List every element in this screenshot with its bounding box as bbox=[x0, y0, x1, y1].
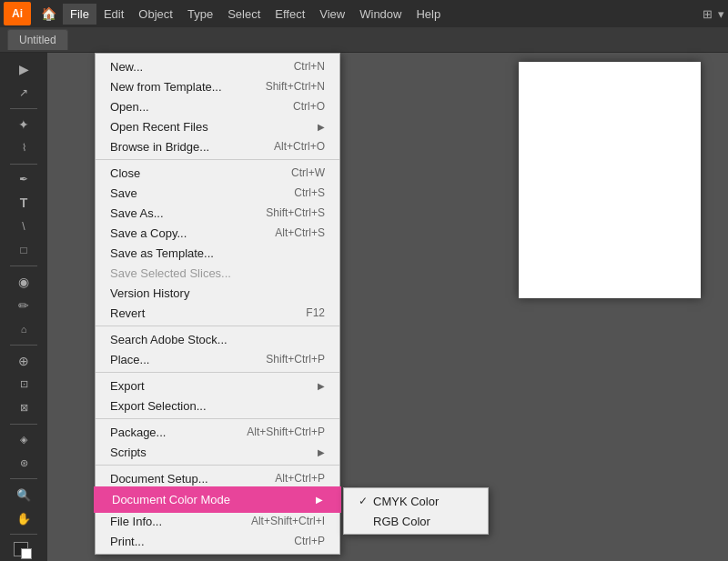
menu-item-browse-bridge[interactable]: Browse in Bridge... Alt+Ctrl+O bbox=[96, 136, 339, 156]
menu-item-document-color-mode[interactable]: Document Color Mode ▶ ✓ CMYK Color ✓ RGB… bbox=[96, 488, 339, 511]
menu-item-object[interactable]: Object bbox=[131, 4, 180, 25]
menu-section-3: Search Adobe Stock... Place... Shift+Ctr… bbox=[96, 326, 339, 373]
tool-separator-4 bbox=[10, 345, 37, 346]
free-transform[interactable]: ⊠ bbox=[10, 397, 37, 419]
pencil-tool[interactable]: ✏ bbox=[10, 295, 37, 316]
menu-item-select[interactable]: Select bbox=[220, 4, 268, 25]
hand-tool[interactable]: ✋ bbox=[10, 507, 37, 529]
menu-bar: Ai 🏠 File Edit Object Type Select Effect… bbox=[0, 0, 728, 27]
cmyk-label: CMYK Color bbox=[373, 495, 439, 508]
menu-item-new[interactable]: New... Ctrl+N bbox=[96, 56, 339, 76]
color-mode-submenu: ✓ CMYK Color ✓ RGB Color bbox=[343, 487, 489, 535]
shape-builder[interactable]: ◈ bbox=[10, 429, 37, 451]
menu-item-help[interactable]: Help bbox=[409, 4, 448, 25]
menu-item-package[interactable]: Package... Alt+Shift+Ctrl+P bbox=[96, 422, 339, 442]
magic-wand-tool[interactable]: ✦ bbox=[10, 114, 37, 135]
menu-item-save-template[interactable]: Save as Template... bbox=[96, 243, 339, 263]
left-toolbar: ▶ ↗ ✦ ⌇ ✒ T \ □ ◉ ✏ ⌂ ⊕ ⊡ ⊠ ◈ ⊛ 🔍 ✋ bbox=[0, 53, 47, 561]
menu-section-2: Close Ctrl+W Save Ctrl+S Save As... Shif… bbox=[96, 160, 339, 326]
menu-item-open-recent[interactable]: Open Recent Files ▶ bbox=[96, 116, 339, 136]
lasso-tool[interactable]: ⌇ bbox=[10, 137, 37, 159]
cmyk-checkmark: ✓ bbox=[359, 495, 368, 507]
type-tool[interactable]: T bbox=[10, 192, 37, 214]
scale-tool[interactable]: ⊡ bbox=[10, 374, 37, 396]
menu-item-window[interactable]: Window bbox=[352, 4, 409, 25]
tool-separator-5 bbox=[10, 424, 37, 425]
rgb-check-placeholder: ✓ bbox=[359, 515, 368, 527]
menu-item-view[interactable]: View bbox=[312, 4, 352, 25]
menu-item-save-copy[interactable]: Save a Copy... Alt+Ctrl+S bbox=[96, 223, 339, 243]
tool-separator-7 bbox=[10, 534, 37, 535]
search-icon[interactable]: ▾ bbox=[718, 7, 724, 21]
menu-item-save-selected-slices[interactable]: Save Selected Slices... bbox=[96, 263, 339, 283]
layout-icon[interactable]: ⊞ bbox=[703, 7, 713, 21]
menu-item-export[interactable]: Export ▶ bbox=[96, 376, 339, 396]
rectangle-tool[interactable]: □ bbox=[10, 239, 37, 261]
menu-item-search-stock[interactable]: Search Adobe Stock... bbox=[96, 329, 339, 349]
direct-selection-tool[interactable]: ↗ bbox=[10, 82, 37, 104]
menu-item-version-history[interactable]: Version History bbox=[96, 283, 339, 303]
menu-item-file-info[interactable]: File Info... Alt+Shift+Ctrl+I bbox=[96, 511, 339, 531]
home-icon[interactable]: 🏠 bbox=[36, 5, 61, 23]
tool-separator-6 bbox=[10, 478, 37, 479]
main-area: New... Ctrl+N New from Template... Shift… bbox=[47, 53, 728, 561]
symbol-tool[interactable]: ⊛ bbox=[10, 452, 37, 474]
menu-item-effect[interactable]: Effect bbox=[268, 4, 312, 25]
selection-tool[interactable]: ▶ bbox=[10, 58, 37, 80]
secondary-toolbar: Untitled bbox=[0, 27, 728, 53]
menu-item-revert[interactable]: Revert F12 bbox=[96, 303, 339, 323]
menu-item-new-from-template[interactable]: New from Template... Shift+Ctrl+N bbox=[96, 76, 339, 96]
menu-item-print[interactable]: Print... Ctrl+P bbox=[96, 531, 339, 551]
menu-item-place[interactable]: Place... Shift+Ctrl+P bbox=[96, 349, 339, 369]
tool-separator-1 bbox=[10, 108, 37, 109]
paintbrush-tool[interactable]: ◉ bbox=[10, 271, 37, 293]
line-tool[interactable]: \ bbox=[10, 215, 37, 237]
document-tab[interactable]: Untitled bbox=[7, 29, 68, 50]
menu-item-file[interactable]: File bbox=[63, 4, 96, 25]
menu-item-document-setup[interactable]: Document Setup... Alt+Ctrl+P bbox=[96, 468, 339, 488]
blob-brush[interactable]: ⌂ bbox=[10, 318, 37, 340]
canvas-document bbox=[519, 62, 701, 298]
menu-item-export-selection[interactable]: Export Selection... bbox=[96, 396, 339, 416]
fill-stroke[interactable] bbox=[10, 539, 37, 561]
submenu-rgb[interactable]: ✓ RGB Color bbox=[344, 511, 488, 531]
ai-logo: Ai bbox=[4, 2, 31, 25]
pen-tool[interactable]: ✒ bbox=[10, 169, 37, 191]
submenu-cmyk[interactable]: ✓ CMYK Color bbox=[344, 491, 488, 511]
menu-item-type[interactable]: Type bbox=[180, 4, 220, 25]
rgb-label: RGB Color bbox=[373, 515, 430, 528]
menu-item-close[interactable]: Close Ctrl+W bbox=[96, 163, 339, 183]
menu-item-open[interactable]: Open... Ctrl+O bbox=[96, 96, 339, 116]
menu-item-edit[interactable]: Edit bbox=[96, 4, 131, 25]
menu-section-1: New... Ctrl+N New from Template... Shift… bbox=[96, 54, 339, 160]
menu-section-4: Export ▶ Export Selection... bbox=[96, 373, 339, 419]
tool-separator-3 bbox=[10, 265, 37, 266]
menu-item-save[interactable]: Save Ctrl+S bbox=[96, 183, 339, 203]
menu-item-save-as[interactable]: Save As... Shift+Ctrl+S bbox=[96, 203, 339, 223]
menu-items: File Edit Object Type Select Effect View… bbox=[63, 4, 448, 25]
menu-section-6: Document Setup... Alt+Ctrl+P Document Co… bbox=[96, 466, 339, 554]
tool-separator-2 bbox=[10, 164, 37, 165]
menu-right: ⊞ ▾ bbox=[703, 7, 724, 21]
menu-item-scripts[interactable]: Scripts ▶ bbox=[96, 442, 339, 462]
menu-section-5: Package... Alt+Shift+Ctrl+P Scripts ▶ bbox=[96, 419, 339, 466]
file-dropdown-menu: New... Ctrl+N New from Template... Shift… bbox=[95, 53, 340, 555]
zoom-tool[interactable]: 🔍 bbox=[10, 484, 37, 506]
rotate-tool[interactable]: ⊕ bbox=[10, 350, 37, 372]
